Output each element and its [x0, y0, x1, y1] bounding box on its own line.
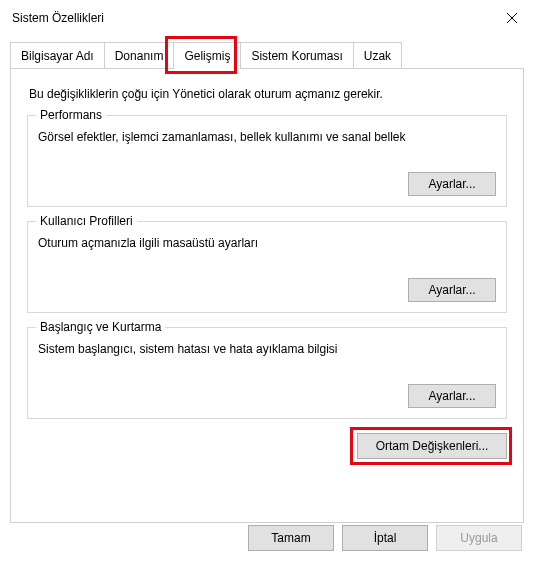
profiles-settings-button[interactable]: Ayarlar... — [408, 278, 496, 302]
tab-hardware[interactable]: Donanım — [104, 42, 175, 69]
tab-label: Bilgisayar Adı — [21, 49, 94, 63]
cancel-button[interactable]: İptal — [342, 525, 428, 551]
group-performance-buttons: Ayarlar... — [38, 172, 496, 196]
tab-label: Gelişmiş — [184, 49, 230, 63]
tab-label: Donanım — [115, 49, 164, 63]
close-icon — [506, 12, 518, 24]
group-profiles-desc: Oturum açmanızla ilgili masaüstü ayarlar… — [38, 236, 496, 250]
group-performance: Performans Görsel efektler, işlemci zama… — [27, 115, 507, 207]
performance-settings-button[interactable]: Ayarlar... — [408, 172, 496, 196]
group-startup-legend: Başlangıç ve Kurtarma — [36, 320, 165, 334]
group-startup-desc: Sistem başlangıcı, sistem hatası ve hata… — [38, 342, 496, 356]
group-user-profiles: Kullanıcı Profilleri Oturum açmanızla il… — [27, 221, 507, 313]
tab-advanced[interactable]: Gelişmiş — [173, 42, 241, 69]
env-variables-row: Ortam Değişkenleri... — [27, 433, 507, 459]
tab-system-protection[interactable]: Sistem Koruması — [240, 42, 353, 69]
group-performance-legend: Performans — [36, 108, 106, 122]
ok-button[interactable]: Tamam — [248, 525, 334, 551]
tab-label: Uzak — [364, 49, 391, 63]
close-button[interactable] — [502, 8, 522, 28]
environment-variables-button[interactable]: Ortam Değişkenleri... — [357, 433, 507, 459]
window-title: Sistem Özellikleri — [12, 11, 104, 25]
group-startup-recovery: Başlangıç ve Kurtarma Sistem başlangıcı,… — [27, 327, 507, 419]
group-profiles-legend: Kullanıcı Profilleri — [36, 214, 137, 228]
group-startup-buttons: Ayarlar... — [38, 384, 496, 408]
dialog-buttons: Tamam İptal Uygula — [248, 525, 522, 551]
tab-label: Sistem Koruması — [251, 49, 342, 63]
group-profiles-buttons: Ayarlar... — [38, 278, 496, 302]
titlebar: Sistem Özellikleri — [0, 0, 534, 36]
tab-bar: Bilgisayar Adı Donanım Gelişmiş Sistem K… — [10, 42, 524, 69]
tab-remote[interactable]: Uzak — [353, 42, 402, 69]
tab-computer-name[interactable]: Bilgisayar Adı — [10, 42, 105, 69]
apply-button: Uygula — [436, 525, 522, 551]
group-performance-desc: Görsel efektler, işlemci zamanlaması, be… — [38, 130, 496, 144]
startup-settings-button[interactable]: Ayarlar... — [408, 384, 496, 408]
tab-panel-advanced: Bu değişikliklerin çoğu için Yönetici ol… — [10, 68, 524, 523]
admin-note: Bu değişikliklerin çoğu için Yönetici ol… — [29, 87, 507, 101]
